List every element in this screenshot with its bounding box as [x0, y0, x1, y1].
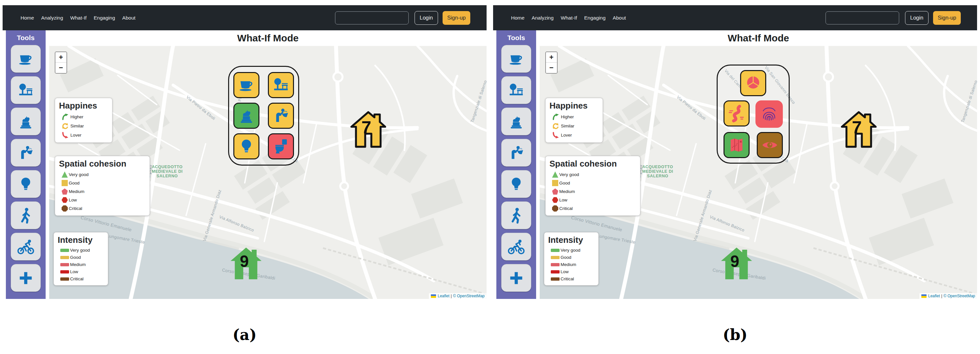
ukraine-flag-icon [431, 294, 436, 298]
tool-drinking-fountain-button[interactable] [501, 139, 531, 167]
tools-sidebar: Tools [6, 30, 46, 299]
poi-drinking-fountain[interactable] [268, 103, 294, 129]
tool-coffee-cup-button[interactable] [11, 45, 41, 73]
folded-map-icon [727, 136, 746, 155]
tool-pedestrian-button[interactable] [11, 201, 41, 229]
login-button[interactable]: Login [415, 11, 438, 25]
tool-drinking-fountain-button[interactable] [11, 139, 41, 167]
nav-what-if[interactable]: What-If [67, 15, 90, 21]
kpi-winding-road[interactable] [724, 100, 749, 126]
spatial-cohesion-legend-title: Spatial cohesion [549, 159, 636, 169]
hexagon-icon [62, 197, 68, 203]
nav-analyzing[interactable]: Analyzing [528, 15, 557, 21]
tools-heading: Tools [6, 34, 46, 42]
happiness-legend-title: Happines [549, 101, 599, 111]
kpi-pie-chart[interactable] [740, 70, 766, 96]
statue-icon [507, 112, 525, 131]
winding-road-icon [727, 104, 746, 123]
tool-coffee-cup-button[interactable] [501, 45, 531, 73]
house-marker-9[interactable]: 9 [229, 246, 264, 281]
legend-label: Similar [561, 124, 574, 128]
hexagon-icon [552, 197, 558, 203]
signup-button[interactable]: Sign-up [442, 11, 470, 25]
house-marker-7[interactable]: 7 [349, 110, 388, 148]
poi-coffee-cup[interactable] [233, 72, 259, 98]
legend-label: Very good [559, 172, 579, 177]
house-marker-9[interactable]: 9 [719, 246, 754, 281]
tool-add-button[interactable] [501, 264, 531, 292]
tool-light-bulb-button[interactable] [11, 170, 41, 198]
octagon-icon [62, 206, 68, 212]
nav-analyzing[interactable]: Analyzing [38, 15, 67, 21]
zoom-out-button[interactable]: − [56, 62, 67, 73]
zoom-in-button[interactable]: + [546, 52, 557, 62]
cyclist-icon [507, 238, 525, 256]
bar-icon [60, 263, 69, 266]
tool-statue-button[interactable] [501, 108, 531, 135]
openstreetmap-link[interactable]: © OpenStreetMap [943, 294, 975, 298]
nav-engaging[interactable]: Engaging [581, 15, 609, 21]
tool-cyclist-button[interactable] [11, 233, 41, 260]
legend-label: Very good [70, 248, 90, 253]
tool-cyclist-button[interactable] [501, 233, 531, 260]
openstreetmap-link[interactable]: © OpenStreetMap [453, 294, 485, 298]
nav-about[interactable]: About [119, 15, 139, 21]
nav-home[interactable]: Home [21, 15, 38, 21]
leaflet-link[interactable]: Leaflet [928, 294, 940, 298]
kpi-fingerprint[interactable] [756, 100, 783, 128]
legend-label: Good [559, 180, 570, 185]
legend-label: Low [70, 269, 78, 274]
page-title: What-If Mode [728, 33, 789, 44]
signup-button[interactable]: Sign-up [933, 11, 961, 25]
legend-label: Critical [69, 206, 82, 211]
zoom-out-button[interactable]: − [546, 62, 557, 73]
legend-label: Lover [561, 133, 572, 137]
tool-park-bench-button[interactable] [501, 76, 531, 104]
pedestrian-icon [17, 206, 35, 225]
bar-icon [60, 277, 69, 281]
curved-arrow-up-icon [62, 113, 68, 120]
ukraine-flag-icon [921, 294, 927, 298]
poi-statue[interactable] [233, 103, 259, 129]
poi-toilet[interactable] [268, 133, 294, 159]
tool-park-bench-button[interactable] [11, 76, 41, 104]
legend-label: Low [559, 198, 567, 203]
zoom-in-button[interactable]: + [56, 52, 67, 62]
curved-arrow-up-icon [552, 113, 559, 120]
map[interactable]: Via dei Principati Corso Vittorio Emanue… [49, 46, 487, 299]
search-input[interactable] [826, 11, 899, 24]
nav-home[interactable]: Home [511, 15, 528, 21]
legend-label: Critical [559, 206, 573, 211]
bar-icon [60, 249, 69, 252]
legend-label: Low [560, 269, 569, 274]
map-attribution: Leaflet | © OpenStreetMap [429, 293, 487, 299]
search-input[interactable] [335, 11, 409, 24]
tool-add-button[interactable] [11, 264, 41, 292]
pedestrian-icon [507, 206, 525, 225]
nav-what-if[interactable]: What-If [557, 15, 581, 21]
tool-statue-button[interactable] [11, 108, 41, 135]
kpi-eye[interactable] [757, 132, 783, 158]
spatial-cohesion-legend: Spatial cohesion Very good Good Medium L… [55, 156, 150, 216]
kpi-folded-map[interactable] [724, 132, 749, 158]
map[interactable]: Via dei Principati Corso Vittorio Emanue… [540, 46, 977, 299]
light-bulb-icon [17, 175, 35, 193]
poi-light-bulb[interactable] [233, 133, 259, 159]
screenshot-panel-a: Home Analyzing What-If Engaging About Lo… [3, 5, 487, 299]
tool-pedestrian-button[interactable] [501, 201, 531, 229]
cycle-arrows-icon [62, 123, 68, 129]
tool-light-bulb-button[interactable] [501, 170, 531, 198]
street-label: ACQUEDOTTO MEDIEVALE DI SALERNO [146, 164, 188, 178]
login-button[interactable]: Login [905, 11, 929, 25]
attribution-separator: | [941, 294, 942, 298]
screenshot-panel-b: Home Analyzing What-If Engaging About Lo… [493, 5, 977, 299]
house-marker-7[interactable]: 7 [840, 110, 878, 148]
happiness-legend: Happines Higher Similar Lover [545, 98, 603, 143]
bar-icon [60, 270, 69, 273]
nav-engaging[interactable]: Engaging [90, 15, 119, 21]
leaflet-link[interactable]: Leaflet [438, 294, 449, 298]
pentagon-icon [552, 188, 558, 195]
octagon-icon [552, 206, 558, 212]
nav-about[interactable]: About [609, 15, 630, 21]
poi-park-bench[interactable] [268, 72, 294, 98]
